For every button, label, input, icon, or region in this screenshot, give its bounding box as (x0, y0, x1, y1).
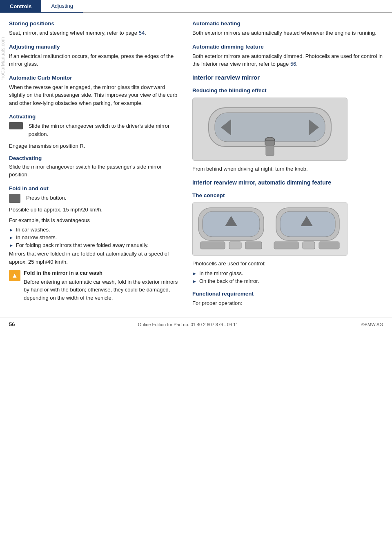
footer-right-text: ©BMW AG (361, 322, 383, 327)
auto-dimming-text: Both exterior mirrors are automatically … (192, 52, 385, 68)
possible-text: Possible up to approx. 15 mph/20 km/h. (9, 206, 180, 214)
adjusting-manually-heading: Adjusting manually (9, 44, 180, 50)
storing-positions-heading: Storing positions (9, 20, 180, 27)
left-column: Storing positions Seat, mirror, and stee… (0, 20, 188, 309)
mirror-image-container (192, 98, 385, 161)
storing-positions-text: Seat, mirror, and steering wheel memory,… (9, 29, 180, 37)
main-content: Storing positions Seat, mirror, and stee… (0, 13, 392, 309)
auto-dimming-heading: Automatic dimming feature (192, 44, 385, 50)
svg-rect-11 (229, 242, 241, 249)
reducing-desc1: From behind when driving at night: turn … (192, 165, 385, 173)
list-item: ► On the back of the mirror. (192, 278, 385, 284)
list-item: ► In narrow streets. (9, 234, 180, 240)
interior-auto-dimming-heading: Interior rearview mirror, automatic dimm… (192, 179, 385, 186)
warning-box: ▲ Fold in the mirror in a car wash Befor… (9, 269, 180, 304)
list-item: ► In car washes. (9, 227, 180, 233)
auto-heating-text: Both exterior mirrors are automatically … (192, 29, 385, 37)
mirror-svg-right (272, 206, 343, 253)
concept-heading: The concept (192, 192, 385, 198)
list-item: ► For folding back mirrors that were fol… (9, 242, 180, 248)
list-arrow-icon: ► (192, 279, 197, 284)
right-column: Automatic heating Both exterior mirrors … (188, 20, 392, 309)
photocells-text: Photocells are used for control: (192, 260, 385, 268)
mirror-svg-left (196, 206, 268, 253)
header-adjusting-tab[interactable]: Adjusting (41, 0, 82, 13)
auto-heating-heading: Automatic heating (192, 20, 385, 27)
svg-rect-12 (245, 242, 262, 249)
list-arrow-icon: ► (9, 243, 13, 248)
deactivating-heading: Deactivating (9, 155, 180, 161)
activating-text1: Slide the mirror changeover switch to th… (29, 122, 180, 138)
list-item: ► In the mirror glass. (192, 270, 385, 276)
activating-heading: Activating (9, 113, 180, 120)
reducing-blinding-heading: Reducing the blinding effect (192, 87, 385, 93)
warning-heading: Fold in the mirror in a car wash (24, 269, 180, 277)
curb-monitor-heading: Automatic Curb Monitor (9, 75, 180, 81)
svg-rect-16 (274, 242, 298, 249)
footer-text: Online Edition for Part no. 01 40 2 607 … (138, 322, 238, 327)
dual-mirror-image (192, 202, 347, 256)
header-controls-tab[interactable]: Controls (0, 0, 41, 13)
fold-button-icon (9, 194, 20, 203)
svg-rect-17 (303, 242, 315, 249)
svg-rect-10 (200, 242, 225, 249)
page-header: Controls Adjusting (0, 0, 392, 13)
warning-text: Before entering an automatic car wash, f… (24, 278, 180, 302)
warning-icon: ▲ (9, 270, 20, 281)
list-arrow-icon: ► (9, 227, 13, 232)
svg-rect-18 (319, 242, 339, 249)
svg-rect-6 (266, 145, 274, 156)
interior-rearview-heading: Interior rearview mirror (192, 74, 385, 81)
mirrors-text: Mirrors that were folded in are folded o… (9, 250, 180, 266)
dimming-page-link[interactable]: 56 (290, 61, 296, 67)
svg-rect-5 (265, 140, 275, 145)
page-footer: 56 Online Edition for Part no. 01 40 2 6… (0, 318, 392, 331)
header-divider (83, 12, 392, 13)
functional-text: For proper operation: (192, 299, 385, 307)
photocell-list: ► In the mirror glass. ► On the back of … (192, 270, 385, 284)
adjusting-manually-text: If an electrical malfunction occurs, for… (9, 52, 180, 68)
list-arrow-icon: ► (9, 235, 13, 240)
switch-icon (9, 122, 23, 129)
curb-monitor-text: When the reverse gear is engaged, the mi… (9, 83, 180, 107)
deactivating-text: Slide the mirror changeover switch to th… (9, 163, 180, 179)
rearview-mirror-image (192, 98, 347, 161)
dual-mirror-container (192, 202, 385, 256)
fold-row: Press the button. (9, 194, 180, 205)
fold-text: Press the button. (26, 194, 66, 202)
for-example-text: For example, this is advantageous (9, 216, 180, 225)
page-number: 56 (9, 321, 15, 327)
list-arrow-icon: ► (192, 271, 197, 276)
warning-content: Fold in the mirror in a car wash Before … (24, 269, 180, 304)
fold-heading: Fold in and out (9, 185, 180, 191)
storing-page-link[interactable]: 54 (139, 30, 145, 36)
functional-requirement-heading: Functional requirement (192, 291, 385, 297)
activating-text2: Engage transmission position R. (9, 142, 180, 150)
activating-row1: Slide the mirror changeover switch to th… (9, 122, 180, 140)
rearview-mirror-svg (196, 100, 343, 159)
fold-list: ► In car washes. ► In narrow streets. ► … (9, 227, 180, 248)
